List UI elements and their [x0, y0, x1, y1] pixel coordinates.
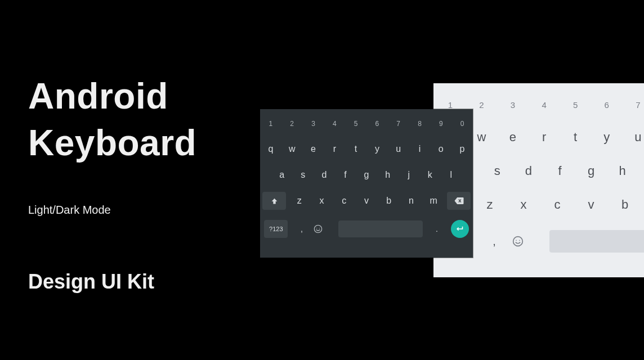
key-3[interactable]: 3 [497, 100, 529, 110]
svg-point-5 [319, 228, 319, 228]
hero-title: Android Keyboard [28, 73, 196, 166]
key-1[interactable]: 1 [435, 100, 466, 110]
key-e[interactable]: e [303, 144, 324, 154]
key-v[interactable]: v [574, 197, 608, 212]
key-r[interactable]: r [529, 130, 560, 145]
key-n[interactable]: n [642, 197, 644, 212]
key-g[interactable]: g [356, 170, 377, 180]
key-u[interactable]: u [388, 144, 409, 154]
key-g[interactable]: g [575, 164, 607, 178]
key-d[interactable]: d [513, 164, 544, 178]
emoji-key[interactable] [314, 224, 333, 233]
key-q[interactable]: q [260, 144, 281, 154]
key-8[interactable]: 8 [409, 120, 431, 128]
key-m[interactable]: m [422, 196, 445, 206]
key-j[interactable]: j [398, 170, 419, 180]
emoji-key[interactable] [512, 236, 539, 247]
key-c[interactable]: c [333, 196, 355, 206]
key-d[interactable]: d [314, 170, 335, 180]
key-z[interactable]: z [473, 197, 507, 212]
row-space: ?123 , . [260, 214, 473, 244]
space-key[interactable] [549, 230, 644, 253]
shift-key[interactable] [262, 192, 286, 210]
hero-subtitle: Light/Dark Mode [28, 204, 111, 217]
key-a[interactable]: a [271, 170, 293, 180]
period-key[interactable]: . [429, 224, 445, 233]
key-4[interactable]: 4 [529, 100, 560, 110]
key-6[interactable]: 6 [591, 100, 623, 110]
emoji-icon [512, 236, 524, 247]
svg-point-2 [519, 240, 520, 241]
key-x[interactable]: x [507, 197, 540, 212]
key-p[interactable]: p [451, 144, 473, 154]
backspace-key[interactable] [447, 192, 471, 210]
key-b[interactable]: b [378, 196, 400, 206]
key-2[interactable]: 2 [281, 120, 303, 128]
key-v[interactable]: v [355, 196, 378, 206]
row-zxcv: z x c v b n m [260, 188, 473, 214]
key-6[interactable]: 6 [366, 120, 388, 128]
title-line-1: Android [28, 73, 196, 120]
key-e[interactable]: e [497, 130, 529, 145]
key-y[interactable]: y [366, 144, 388, 154]
key-b[interactable]: b [608, 197, 642, 212]
key-o[interactable]: o [430, 144, 451, 154]
key-y[interactable]: y [591, 130, 623, 145]
row-asdf: a s d f g h j k l [260, 162, 473, 188]
symbols-key[interactable]: ?123 [264, 220, 288, 238]
enter-icon [455, 226, 464, 232]
key-7[interactable]: 7 [388, 120, 409, 128]
key-4[interactable]: 4 [324, 120, 345, 128]
key-2[interactable]: 2 [466, 100, 498, 110]
row-qwerty: q w e r t y u i o p [260, 136, 473, 162]
key-c[interactable]: c [540, 197, 574, 212]
keyboard-dark: 1 2 3 4 5 6 7 8 9 0 q w e r t y u i o p … [260, 109, 473, 258]
key-h[interactable]: h [377, 170, 399, 180]
key-t[interactable]: t [560, 130, 591, 145]
key-5[interactable]: 5 [560, 100, 591, 110]
key-3[interactable]: 3 [303, 120, 324, 128]
key-7[interactable]: 7 [623, 100, 644, 110]
footer-title: Design UI Kit [28, 270, 154, 294]
space-key[interactable] [338, 220, 423, 237]
svg-point-3 [314, 225, 321, 232]
key-s[interactable]: s [482, 164, 513, 178]
key-f[interactable]: f [544, 164, 576, 178]
row-numbers: 1 2 3 4 5 6 7 8 9 0 [260, 111, 473, 136]
key-h[interactable]: h [607, 164, 638, 178]
key-z[interactable]: z [288, 196, 311, 206]
title-line-2: Keyboard [28, 120, 196, 166]
svg-point-0 [513, 237, 523, 246]
key-5[interactable]: 5 [345, 120, 366, 128]
key-f[interactable]: f [335, 170, 356, 180]
key-1[interactable]: 1 [260, 120, 281, 128]
key-k[interactable]: k [419, 170, 441, 180]
svg-point-4 [316, 228, 317, 228]
enter-key[interactable] [451, 220, 469, 238]
key-j[interactable]: j [638, 164, 644, 178]
key-i[interactable]: i [409, 144, 431, 154]
key-l[interactable]: l [441, 170, 462, 180]
svg-point-1 [516, 240, 517, 241]
key-n[interactable]: n [400, 196, 423, 206]
key-r[interactable]: r [324, 144, 345, 154]
key-s[interactable]: s [293, 170, 314, 180]
key-9[interactable]: 9 [430, 120, 451, 128]
key-u[interactable]: u [623, 130, 644, 145]
key-0[interactable]: 0 [451, 120, 473, 128]
emoji-icon [314, 224, 323, 233]
backspace-icon [454, 197, 464, 204]
key-t[interactable]: t [345, 144, 366, 154]
comma-key[interactable]: , [483, 235, 506, 248]
shift-icon [271, 197, 278, 205]
comma-key[interactable]: , [294, 224, 310, 233]
key-x[interactable]: x [311, 196, 333, 206]
key-w[interactable]: w [281, 144, 303, 154]
